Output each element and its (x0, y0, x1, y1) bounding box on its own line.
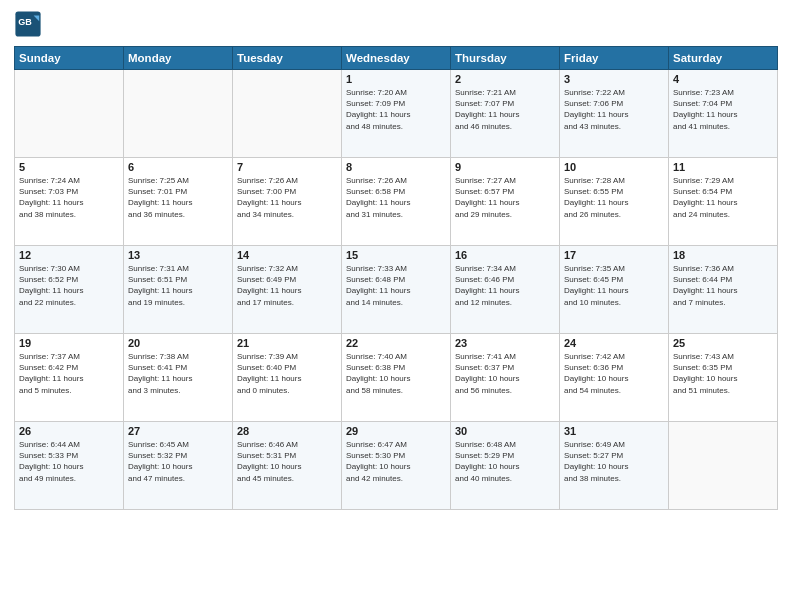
day-info: Sunrise: 6:49 AM Sunset: 5:27 PM Dayligh… (564, 439, 664, 484)
day-cell (124, 70, 233, 158)
day-cell: 5Sunrise: 7:24 AM Sunset: 7:03 PM Daylig… (15, 158, 124, 246)
day-info: Sunrise: 7:26 AM Sunset: 7:00 PM Dayligh… (237, 175, 337, 220)
weekday-monday: Monday (124, 47, 233, 70)
day-info: Sunrise: 7:43 AM Sunset: 6:35 PM Dayligh… (673, 351, 773, 396)
day-cell: 4Sunrise: 7:23 AM Sunset: 7:04 PM Daylig… (669, 70, 778, 158)
day-info: Sunrise: 7:36 AM Sunset: 6:44 PM Dayligh… (673, 263, 773, 308)
day-number: 23 (455, 337, 555, 349)
day-number: 2 (455, 73, 555, 85)
day-info: Sunrise: 7:40 AM Sunset: 6:38 PM Dayligh… (346, 351, 446, 396)
day-number: 14 (237, 249, 337, 261)
header: GB (14, 10, 778, 38)
day-cell: 24Sunrise: 7:42 AM Sunset: 6:36 PM Dayli… (560, 334, 669, 422)
day-cell: 23Sunrise: 7:41 AM Sunset: 6:37 PM Dayli… (451, 334, 560, 422)
day-number: 15 (346, 249, 446, 261)
day-number: 30 (455, 425, 555, 437)
day-number: 26 (19, 425, 119, 437)
day-info: Sunrise: 7:25 AM Sunset: 7:01 PM Dayligh… (128, 175, 228, 220)
day-cell: 30Sunrise: 6:48 AM Sunset: 5:29 PM Dayli… (451, 422, 560, 510)
day-info: Sunrise: 7:32 AM Sunset: 6:49 PM Dayligh… (237, 263, 337, 308)
day-cell: 15Sunrise: 7:33 AM Sunset: 6:48 PM Dayli… (342, 246, 451, 334)
day-info: Sunrise: 6:47 AM Sunset: 5:30 PM Dayligh… (346, 439, 446, 484)
day-info: Sunrise: 7:20 AM Sunset: 7:09 PM Dayligh… (346, 87, 446, 132)
day-number: 27 (128, 425, 228, 437)
day-number: 22 (346, 337, 446, 349)
day-number: 17 (564, 249, 664, 261)
day-cell (669, 422, 778, 510)
page: GB SundayMondayTuesdayWednesdayThursdayF… (0, 0, 792, 612)
day-cell: 11Sunrise: 7:29 AM Sunset: 6:54 PM Dayli… (669, 158, 778, 246)
weekday-thursday: Thursday (451, 47, 560, 70)
day-info: Sunrise: 7:26 AM Sunset: 6:58 PM Dayligh… (346, 175, 446, 220)
day-cell: 22Sunrise: 7:40 AM Sunset: 6:38 PM Dayli… (342, 334, 451, 422)
day-info: Sunrise: 7:42 AM Sunset: 6:36 PM Dayligh… (564, 351, 664, 396)
day-number: 21 (237, 337, 337, 349)
weekday-saturday: Saturday (669, 47, 778, 70)
day-cell: 26Sunrise: 6:44 AM Sunset: 5:33 PM Dayli… (15, 422, 124, 510)
day-info: Sunrise: 7:28 AM Sunset: 6:55 PM Dayligh… (564, 175, 664, 220)
day-cell: 3Sunrise: 7:22 AM Sunset: 7:06 PM Daylig… (560, 70, 669, 158)
day-number: 6 (128, 161, 228, 173)
day-cell (233, 70, 342, 158)
day-number: 19 (19, 337, 119, 349)
day-number: 28 (237, 425, 337, 437)
day-number: 25 (673, 337, 773, 349)
day-cell (15, 70, 124, 158)
day-info: Sunrise: 7:34 AM Sunset: 6:46 PM Dayligh… (455, 263, 555, 308)
day-cell: 13Sunrise: 7:31 AM Sunset: 6:51 PM Dayli… (124, 246, 233, 334)
day-cell: 1Sunrise: 7:20 AM Sunset: 7:09 PM Daylig… (342, 70, 451, 158)
day-number: 12 (19, 249, 119, 261)
day-number: 1 (346, 73, 446, 85)
day-cell: 7Sunrise: 7:26 AM Sunset: 7:00 PM Daylig… (233, 158, 342, 246)
day-number: 20 (128, 337, 228, 349)
day-info: Sunrise: 7:22 AM Sunset: 7:06 PM Dayligh… (564, 87, 664, 132)
day-cell: 6Sunrise: 7:25 AM Sunset: 7:01 PM Daylig… (124, 158, 233, 246)
day-cell: 19Sunrise: 7:37 AM Sunset: 6:42 PM Dayli… (15, 334, 124, 422)
svg-text:GB: GB (18, 17, 32, 27)
day-cell: 9Sunrise: 7:27 AM Sunset: 6:57 PM Daylig… (451, 158, 560, 246)
logo-area: GB (14, 10, 46, 38)
day-cell: 20Sunrise: 7:38 AM Sunset: 6:41 PM Dayli… (124, 334, 233, 422)
day-number: 13 (128, 249, 228, 261)
day-cell: 31Sunrise: 6:49 AM Sunset: 5:27 PM Dayli… (560, 422, 669, 510)
day-cell: 8Sunrise: 7:26 AM Sunset: 6:58 PM Daylig… (342, 158, 451, 246)
weekday-friday: Friday (560, 47, 669, 70)
day-cell: 16Sunrise: 7:34 AM Sunset: 6:46 PM Dayli… (451, 246, 560, 334)
day-cell: 29Sunrise: 6:47 AM Sunset: 5:30 PM Dayli… (342, 422, 451, 510)
day-number: 7 (237, 161, 337, 173)
day-number: 11 (673, 161, 773, 173)
day-info: Sunrise: 7:41 AM Sunset: 6:37 PM Dayligh… (455, 351, 555, 396)
day-number: 24 (564, 337, 664, 349)
day-cell: 12Sunrise: 7:30 AM Sunset: 6:52 PM Dayli… (15, 246, 124, 334)
day-cell: 21Sunrise: 7:39 AM Sunset: 6:40 PM Dayli… (233, 334, 342, 422)
day-info: Sunrise: 7:37 AM Sunset: 6:42 PM Dayligh… (19, 351, 119, 396)
day-info: Sunrise: 7:29 AM Sunset: 6:54 PM Dayligh… (673, 175, 773, 220)
day-info: Sunrise: 6:44 AM Sunset: 5:33 PM Dayligh… (19, 439, 119, 484)
day-number: 8 (346, 161, 446, 173)
day-info: Sunrise: 7:27 AM Sunset: 6:57 PM Dayligh… (455, 175, 555, 220)
week-row-5: 26Sunrise: 6:44 AM Sunset: 5:33 PM Dayli… (15, 422, 778, 510)
day-cell: 18Sunrise: 7:36 AM Sunset: 6:44 PM Dayli… (669, 246, 778, 334)
day-info: Sunrise: 6:45 AM Sunset: 5:32 PM Dayligh… (128, 439, 228, 484)
day-info: Sunrise: 7:39 AM Sunset: 6:40 PM Dayligh… (237, 351, 337, 396)
weekday-tuesday: Tuesday (233, 47, 342, 70)
week-row-3: 12Sunrise: 7:30 AM Sunset: 6:52 PM Dayli… (15, 246, 778, 334)
day-info: Sunrise: 7:31 AM Sunset: 6:51 PM Dayligh… (128, 263, 228, 308)
day-cell: 28Sunrise: 6:46 AM Sunset: 5:31 PM Dayli… (233, 422, 342, 510)
day-info: Sunrise: 6:46 AM Sunset: 5:31 PM Dayligh… (237, 439, 337, 484)
day-info: Sunrise: 7:38 AM Sunset: 6:41 PM Dayligh… (128, 351, 228, 396)
day-number: 16 (455, 249, 555, 261)
day-cell: 25Sunrise: 7:43 AM Sunset: 6:35 PM Dayli… (669, 334, 778, 422)
day-info: Sunrise: 7:23 AM Sunset: 7:04 PM Dayligh… (673, 87, 773, 132)
day-info: Sunrise: 7:21 AM Sunset: 7:07 PM Dayligh… (455, 87, 555, 132)
day-info: Sunrise: 7:33 AM Sunset: 6:48 PM Dayligh… (346, 263, 446, 308)
day-number: 5 (19, 161, 119, 173)
weekday-header-row: SundayMondayTuesdayWednesdayThursdayFrid… (15, 47, 778, 70)
day-info: Sunrise: 7:30 AM Sunset: 6:52 PM Dayligh… (19, 263, 119, 308)
day-number: 9 (455, 161, 555, 173)
week-row-1: 1Sunrise: 7:20 AM Sunset: 7:09 PM Daylig… (15, 70, 778, 158)
week-row-4: 19Sunrise: 7:37 AM Sunset: 6:42 PM Dayli… (15, 334, 778, 422)
day-info: Sunrise: 6:48 AM Sunset: 5:29 PM Dayligh… (455, 439, 555, 484)
weekday-sunday: Sunday (15, 47, 124, 70)
week-row-2: 5Sunrise: 7:24 AM Sunset: 7:03 PM Daylig… (15, 158, 778, 246)
